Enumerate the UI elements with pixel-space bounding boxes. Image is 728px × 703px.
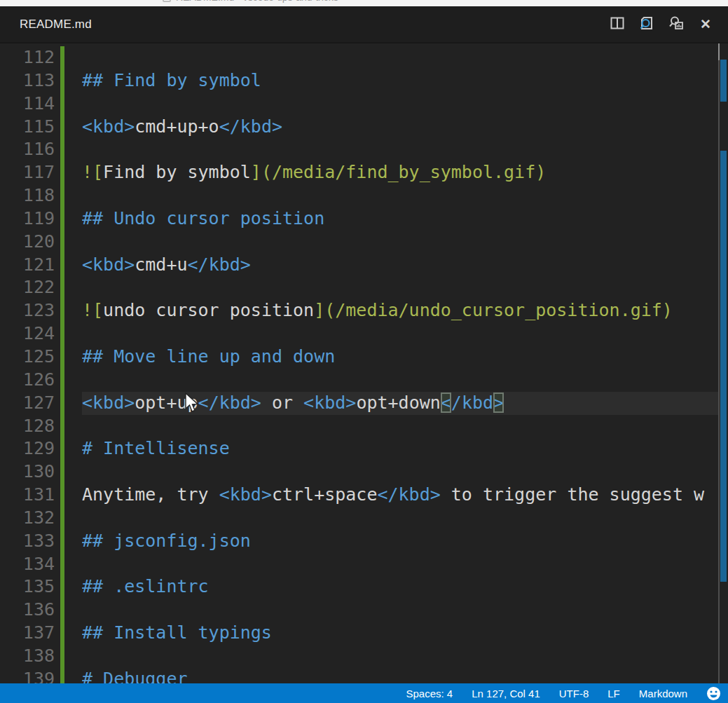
tab-readme[interactable]: README.md — [20, 18, 92, 32]
line-number[interactable]: 126 — [0, 369, 55, 392]
git-gutter-added-indicator[interactable] — [60, 415, 64, 438]
git-gutter-added-indicator[interactable] — [60, 460, 64, 484]
line-number[interactable]: 134 — [0, 553, 55, 576]
code-line-123[interactable]: 123![undo cursor position](/media/undo_c… — [0, 299, 728, 322]
git-gutter-added-indicator[interactable] — [60, 46, 64, 69]
code-line-133[interactable]: 133## jsconfig.json — [0, 530, 728, 553]
git-gutter-added-indicator[interactable] — [60, 299, 64, 322]
git-gutter-added-indicator[interactable] — [60, 553, 64, 576]
line-number[interactable]: 130 — [0, 460, 55, 484]
code-line-122[interactable]: 122 — [0, 276, 728, 299]
code-line-124[interactable]: 124 — [0, 322, 728, 346]
editor-pane[interactable]: 112113## Find by symbol114115<kbd>cmd+up… — [0, 43, 728, 683]
line-number[interactable]: 136 — [0, 599, 55, 622]
code-line-120[interactable]: 120 — [0, 231, 728, 254]
line-number[interactable]: 115 — [0, 116, 55, 139]
git-gutter-added-indicator[interactable] — [60, 254, 64, 277]
code-line-129[interactable]: 129# Intellisense — [0, 437, 728, 460]
code-line-112[interactable]: 112 — [0, 46, 728, 69]
git-gutter-added-indicator[interactable] — [60, 116, 64, 139]
status-item-markdown[interactable]: Markdown — [639, 688, 687, 699]
git-gutter-added-indicator[interactable] — [60, 392, 64, 415]
code-text — [82, 322, 728, 346]
code-line-136[interactable]: 136 — [0, 599, 728, 622]
code-line-117[interactable]: 117![Find by symbol](/media/find_by_symb… — [0, 161, 728, 184]
git-gutter-added-indicator[interactable] — [60, 231, 64, 254]
overview-ruler-scrollbar[interactable] — [718, 43, 728, 683]
status-item-lf[interactable]: LF — [607, 688, 620, 699]
status-item-spaces-4[interactable]: Spaces: 4 — [406, 688, 453, 699]
git-gutter-added-indicator[interactable] — [60, 161, 64, 184]
code-line-114[interactable]: 114 — [0, 93, 728, 116]
code-text: <kbd>cmd+u</kbd> — [82, 254, 728, 277]
line-number[interactable]: 113 — [0, 69, 55, 93]
line-number[interactable]: 112 — [0, 46, 55, 69]
git-gutter-added-indicator[interactable] — [60, 622, 64, 645]
git-gutter-added-indicator[interactable] — [60, 369, 64, 392]
git-gutter-added-indicator[interactable] — [60, 276, 64, 299]
open-preview-button[interactable] — [636, 13, 658, 36]
line-number[interactable]: 132 — [0, 507, 55, 530]
split-editor-button[interactable] — [606, 13, 629, 36]
line-number[interactable]: 128 — [0, 415, 55, 438]
git-gutter-added-indicator[interactable] — [60, 484, 64, 507]
code-line-118[interactable]: 118 — [0, 184, 728, 207]
code-line-127[interactable]: 127<kbd>opt+up</kbd> or <kbd>opt+down</k… — [0, 392, 718, 415]
git-gutter-added-indicator[interactable] — [60, 93, 64, 116]
status-item-ln-127-col-41[interactable]: Ln 127, Col 41 — [472, 688, 540, 699]
git-gutter-added-indicator[interactable] — [60, 575, 64, 599]
close-editor-button[interactable]: ✕ — [694, 13, 717, 36]
status-item-utf-8[interactable]: UTF-8 — [559, 688, 589, 699]
line-number[interactable]: 127 — [0, 392, 55, 415]
line-number[interactable]: 120 — [0, 231, 55, 254]
line-number[interactable]: 116 — [0, 138, 55, 161]
git-gutter-added-indicator[interactable] — [60, 138, 64, 161]
code-line-121[interactable]: 121<kbd>cmd+u</kbd> — [0, 254, 728, 277]
feedback-smiley-icon[interactable] — [706, 686, 721, 701]
line-number[interactable]: 137 — [0, 622, 55, 645]
code-line-137[interactable]: 137## Install typings — [0, 622, 728, 645]
git-gutter-added-indicator[interactable] — [60, 346, 64, 369]
line-number[interactable]: 129 — [0, 437, 55, 460]
code-line-135[interactable]: 135## .eslintrc — [0, 575, 728, 599]
code-line-128[interactable]: 128 — [0, 415, 728, 438]
git-gutter-added-indicator[interactable] — [60, 645, 64, 668]
line-number[interactable]: 117 — [0, 161, 55, 184]
git-gutter-added-indicator[interactable] — [60, 530, 64, 553]
git-gutter-added-indicator[interactable] — [60, 668, 64, 683]
line-number[interactable]: 131 — [0, 484, 55, 507]
line-number[interactable]: 122 — [0, 276, 55, 299]
git-gutter-added-indicator[interactable] — [60, 69, 64, 93]
code-line-132[interactable]: 132 — [0, 507, 728, 530]
git-gutter-added-indicator[interactable] — [60, 207, 64, 231]
close-icon: ✕ — [700, 16, 711, 32]
git-gutter-added-indicator[interactable] — [60, 322, 64, 346]
line-number[interactable]: 133 — [0, 530, 55, 553]
line-number[interactable]: 125 — [0, 346, 55, 369]
line-number[interactable]: 123 — [0, 299, 55, 322]
line-number[interactable]: 124 — [0, 322, 55, 346]
code-line-126[interactable]: 126 — [0, 369, 728, 392]
code-line-115[interactable]: 115<kbd>cmd+up+o</kbd> — [0, 116, 728, 139]
line-number[interactable]: 121 — [0, 254, 55, 277]
code-line-139[interactable]: 139# Debugger — [0, 668, 728, 683]
git-gutter-added-indicator[interactable] — [60, 184, 64, 207]
code-line-131[interactable]: 131Anytime, try <kbd>ctrl+space</kbd> to… — [0, 484, 728, 507]
code-line-113[interactable]: 113## Find by symbol — [0, 69, 728, 93]
git-gutter-added-indicator[interactable] — [60, 437, 64, 460]
line-number[interactable]: 139 — [0, 668, 55, 683]
code-line-138[interactable]: 138 — [0, 645, 728, 668]
line-number[interactable]: 119 — [0, 207, 55, 231]
code-line-130[interactable]: 130 — [0, 460, 728, 484]
code-line-116[interactable]: 116 — [0, 138, 728, 161]
git-gutter-added-indicator[interactable] — [60, 507, 64, 530]
line-number[interactable]: 138 — [0, 645, 55, 668]
code-line-125[interactable]: 125## Move line up and down — [0, 346, 728, 369]
line-number[interactable]: 135 — [0, 575, 55, 599]
code-line-119[interactable]: 119## Undo cursor position — [0, 207, 728, 231]
line-number[interactable]: 118 — [0, 184, 55, 207]
code-line-134[interactable]: 134 — [0, 553, 728, 576]
open-preview-side-button[interactable] — [665, 13, 687, 36]
git-gutter-added-indicator[interactable] — [60, 599, 64, 622]
line-number[interactable]: 114 — [0, 93, 55, 116]
